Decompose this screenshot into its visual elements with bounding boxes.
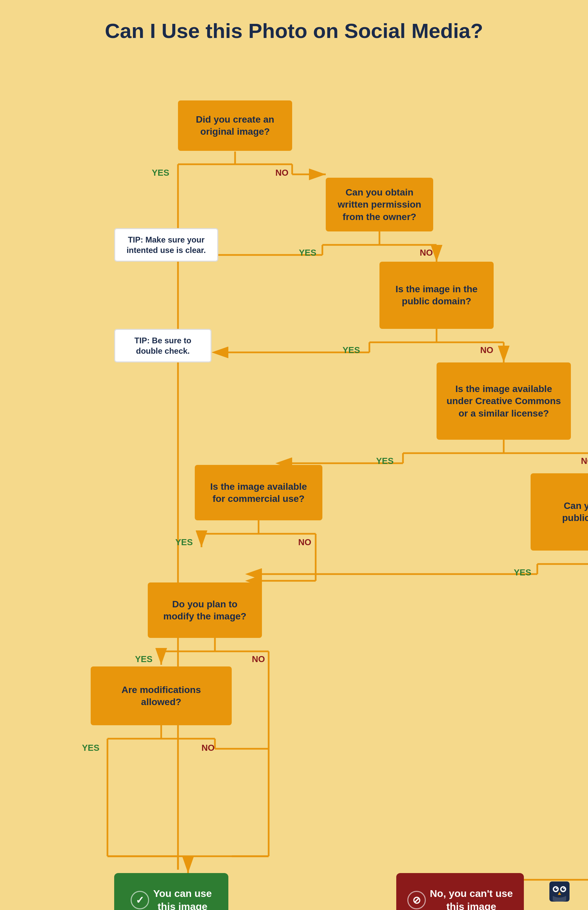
- label-no-n2: NO: [420, 247, 433, 258]
- label-yes-n4: YES: [376, 456, 394, 466]
- label-no-n4: NO: [581, 456, 588, 466]
- label-no-n5: NO: [298, 537, 311, 548]
- check-icon: ✓: [131, 891, 149, 909]
- label-no-n3: NO: [480, 345, 493, 356]
- svg-point-55: [563, 888, 564, 889]
- tip-double-check: TIP: Be sure todouble check.: [114, 329, 212, 362]
- result-yes: ✓ You can usethis image: [114, 873, 228, 910]
- node-written-permission: Can you obtainwritten permissionfrom the…: [326, 178, 433, 231]
- tip-intended-use: TIP: Make sure yourintented use is clear…: [114, 228, 218, 262]
- label-yes-n7: YES: [135, 654, 152, 664]
- owl-icon: [548, 880, 571, 903]
- label-no-n7: NO: [252, 654, 265, 664]
- label-yes-n8: YES: [82, 743, 99, 753]
- label-yes-n3: YES: [342, 345, 360, 356]
- node-modify-image: Do you plan tomodify the image?: [148, 582, 262, 638]
- node-purchase-rights: Can you purchasepublication rights?: [531, 473, 588, 551]
- node-public-domain: Is the image in thepublic domain?: [380, 262, 494, 329]
- label-yes-n5: YES: [175, 537, 193, 548]
- label-yes-n6: YES: [514, 567, 531, 578]
- label-yes-n2: YES: [299, 247, 316, 258]
- node-creative-commons: Is the image availableunder Creative Com…: [436, 362, 571, 440]
- node-create-original: Did you create anoriginal image?: [178, 100, 292, 151]
- flowchart: Did you create anoriginal image? YES NO …: [0, 57, 588, 910]
- hootsuite-logo: [548, 880, 571, 903]
- label-no-n8: NO: [202, 743, 215, 753]
- svg-point-54: [556, 888, 557, 889]
- no-icon: ⊘: [407, 891, 426, 909]
- result-no: ⊘ No, you can't usethis image: [396, 873, 524, 910]
- label-yes-n1: YES: [152, 168, 169, 178]
- node-modifications-allowed: Are modificationsallowed?: [90, 666, 232, 725]
- page-title: Can I Use this Photo on Social Media?: [0, 0, 588, 57]
- node-commercial-use: Is the image availablefor commercial use…: [195, 465, 322, 520]
- label-no-n1: NO: [275, 168, 288, 178]
- svg-point-53: [562, 887, 565, 891]
- svg-point-52: [554, 887, 557, 891]
